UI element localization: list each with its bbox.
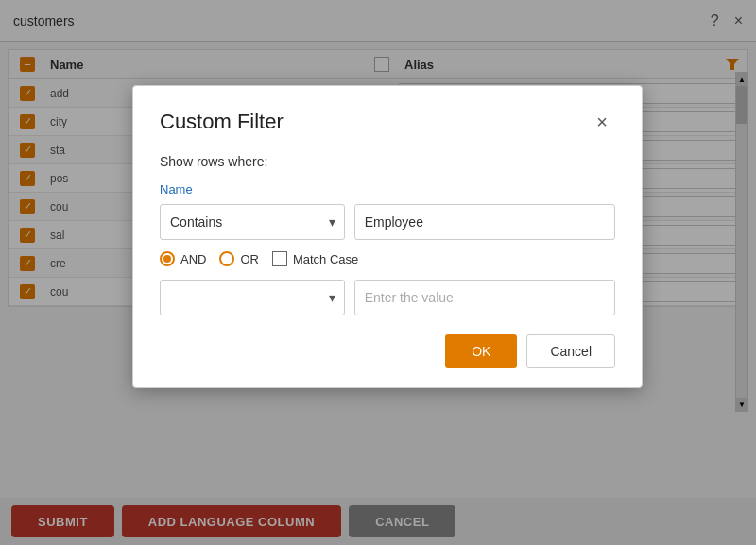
custom-filter-modal: Custom Filter × Show rows where: Name Co… (132, 85, 643, 388)
match-case-group[interactable]: Match Case (272, 251, 358, 266)
ok-button[interactable]: OK (445, 334, 517, 368)
or-radio[interactable] (219, 251, 234, 266)
and-radio[interactable] (160, 251, 175, 266)
or-radio-group[interactable]: OR (219, 251, 259, 266)
cancel-button[interactable]: Cancel (526, 334, 615, 368)
filter-operator-select-2[interactable]: Contains Equals Starts with Ends with (160, 280, 345, 315)
filter-row-2: Contains Equals Starts with Ends with ▾ (160, 280, 615, 315)
filter-row-1: Contains Equals Starts with Ends with Do… (160, 204, 615, 240)
operator-row: AND OR Match Case (160, 251, 615, 266)
filter-operator-select[interactable]: Contains Equals Starts with Ends with Do… (160, 204, 345, 240)
and-radio-group[interactable]: AND (160, 251, 206, 266)
field-label: Name (160, 182, 615, 196)
filter-value-1-input[interactable] (354, 204, 615, 240)
match-case-checkbox[interactable] (272, 251, 287, 266)
modal-title: Custom Filter (160, 110, 284, 134)
filter-select-wrapper-2: Contains Equals Starts with Ends with ▾ (160, 280, 345, 315)
filter-select-wrapper: Contains Equals Starts with Ends with Do… (160, 204, 345, 240)
modal-subtitle: Show rows where: (160, 154, 615, 169)
modal-close-button[interactable]: × (589, 109, 615, 135)
match-case-label: Match Case (293, 252, 358, 266)
or-label: OR (240, 252, 259, 266)
filter-value-2-input[interactable] (354, 280, 615, 315)
modal-footer: OK Cancel (160, 334, 615, 368)
and-label: AND (180, 252, 206, 266)
modal-header: Custom Filter × (160, 109, 615, 135)
